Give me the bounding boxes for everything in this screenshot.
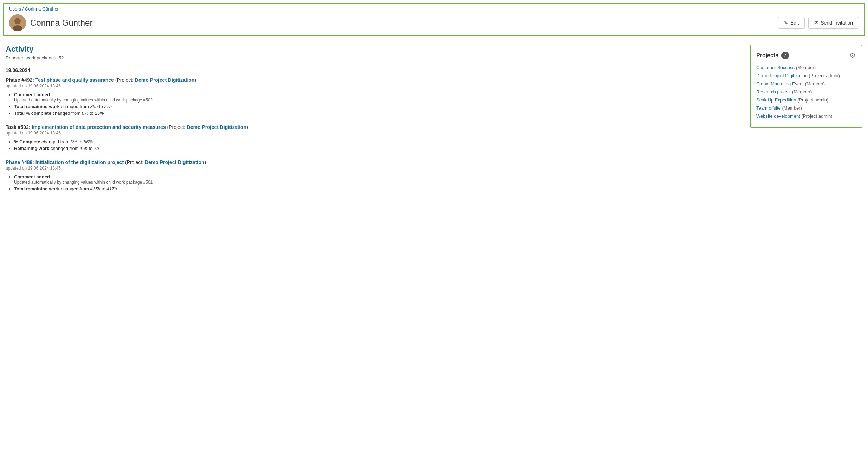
project-link[interactable]: Demo Project Digitization [756,73,808,78]
project-role: (Member) [796,65,816,70]
main-content: Activity Reported work packages: 52 19.0… [0,39,868,205]
list-item: % Complete changed from 0% to 56% [14,139,741,144]
projects-title-row: Projects 7 [756,52,789,59]
list-item: Team offsite (Member) [756,105,856,111]
projects-header: Projects 7 ⚙ [756,51,856,60]
activity-item-title: Phase #492: Test phase and quality assur… [6,77,741,83]
activity-title: Activity [6,45,741,54]
list-item: Total remaining work changed from 36h to… [14,104,741,109]
list-item: Website development (Project admin) [756,113,856,119]
header-section: Users / Corinna Günther Corinna Günther … [3,3,865,36]
edit-button[interactable]: ✎ Edit [778,17,805,29]
projects-count-badge: 7 [781,52,789,59]
header-actions: ✎ Edit ✉ Send invitation [778,17,859,29]
envelope-icon: ✉ [814,20,818,26]
breadcrumb: Users / Corinna Günther [9,6,859,12]
project-link[interactable]: Website development [756,113,800,119]
updated-on: updated on 19.06.2024 13:45 [6,84,741,88]
project-link[interactable]: Demo Project Digitization [135,77,195,83]
svg-point-1 [14,18,21,24]
project-role: (Project admin) [801,113,832,119]
work-package-link[interactable]: Implementation of data protection and se… [32,124,166,130]
activity-item-title: Task #502: Implementation of data protec… [6,124,741,130]
list-item: Remaining work changed from 16h to 7h [14,146,741,151]
change-detail: Updated automatically by changing values… [14,98,741,103]
list-item: Global Marketing Event (Member) [756,81,856,86]
send-invitation-button[interactable]: ✉ Send invitation [808,17,859,29]
activity-item: Phase #492: Test phase and quality assur… [6,77,741,116]
user-identity: Corinna Günther [9,14,92,31]
item-suffix: ) [205,159,206,165]
item-middle: (Project: [125,159,145,165]
breadcrumb-users-link[interactable]: Users [9,6,21,12]
project-link[interactable]: Research project [756,89,791,94]
project-link[interactable]: Demo Project Digitization [187,124,247,130]
project-role: (Project admin) [809,73,840,78]
list-item: Total remaining work changed from 415h t… [14,186,741,191]
reported-work: Reported work packages: 52 [6,55,741,60]
activity-item: Phase #489: Initialization of the digiti… [6,159,741,191]
list-item: Demo Project Digitization (Project admin… [756,73,856,78]
breadcrumb-current: Corinna Günther [25,6,59,12]
item-suffix: ) [194,77,196,83]
list-item: ScaleUp Expedition (Project admin) [756,97,856,103]
list-item: Total % complete changed from 0% to 25% [14,111,741,116]
updated-on: updated on 19.06.2024 13:45 [6,131,741,136]
project-link[interactable]: Global Marketing Event [756,81,804,86]
project-link[interactable]: Demo Project Digitization [145,159,205,165]
project-role: (Member) [782,105,802,111]
page-title: Corinna Günther [30,18,92,28]
project-role: (Member) [805,81,825,86]
edit-icon: ✎ [784,20,788,26]
item-suffix: ) [246,124,248,130]
gear-icon: ⚙ [850,52,855,59]
item-middle: (Project: [115,77,135,83]
list-item: Customer Success (Member) [756,65,856,70]
project-role: (Project admin) [797,97,828,103]
project-role: (Member) [792,89,812,94]
work-package-link[interactable]: Phase #489: Initialization of the digiti… [6,159,124,165]
edit-label: Edit [790,20,799,26]
list-item: Research project (Member) [756,89,856,94]
send-invitation-label: Send invitation [821,20,853,26]
list-item: Comment added Updated automatically by c… [14,174,741,185]
item-prefix: Task #502: [6,124,32,130]
breadcrumb-separator: / [22,6,24,12]
avatar [9,14,26,31]
date-header-1: 19.06.2024 [6,67,741,73]
updated-on: updated on 19.06.2024 13:45 [6,166,741,171]
item-prefix: Phase #492: [6,77,35,83]
change-detail: Updated automatically by changing values… [14,180,741,185]
header-row: Corinna Günther ✎ Edit ✉ Send invitation [9,14,859,31]
avatar-image [9,14,26,31]
changes-list: Comment added Updated automatically by c… [6,92,741,116]
projects-sidebar: Projects 7 ⚙ Customer Success (Member) D… [750,45,862,128]
activity-item-title: Phase #489: Initialization of the digiti… [6,159,741,165]
projects-list: Customer Success (Member) Demo Project D… [756,65,856,119]
changes-list: % Complete changed from 0% to 56% Remain… [6,139,741,151]
project-link[interactable]: Customer Success [756,65,795,70]
work-package-link[interactable]: Test phase and quality assurance [35,77,114,83]
projects-title: Projects [756,52,778,59]
project-link[interactable]: ScaleUp Expedition [756,97,796,103]
activity-item: Task #502: Implementation of data protec… [6,124,741,151]
projects-settings-button[interactable]: ⚙ [849,51,856,60]
changes-list: Comment added Updated automatically by c… [6,174,741,191]
activity-section: Activity Reported work packages: 52 19.0… [6,45,750,200]
project-link[interactable]: Team offsite [756,105,781,111]
list-item: Comment added Updated automatically by c… [14,92,741,103]
item-middle: (Project: [167,124,187,130]
